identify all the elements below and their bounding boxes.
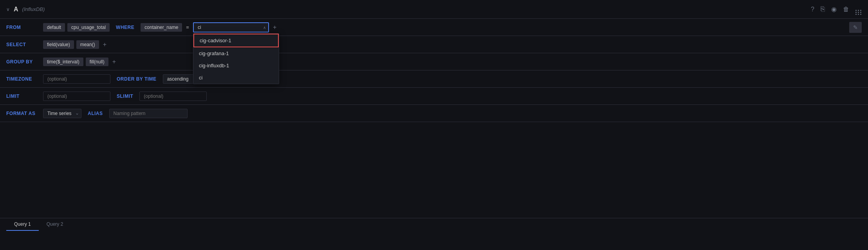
query-db-name: (InfluxDB)	[22, 6, 45, 12]
slimit-input[interactable]	[139, 92, 207, 101]
formatas-select-wrapper[interactable]: Time series Table	[43, 109, 81, 118]
limit-content: SLIMIT	[43, 90, 868, 103]
groupby-time[interactable]: time($_interval)	[43, 58, 83, 66]
orderby-label: ORDER BY TIME	[113, 75, 161, 83]
select-row: SELECT field(value) mean() +	[0, 36, 868, 53]
delete-icon[interactable]: 🗑	[843, 6, 849, 13]
groupby-label: GROUP BY	[0, 59, 43, 65]
dropdown-item-0[interactable]: cig-cadvisor-1	[193, 34, 279, 47]
tab-query-1[interactable]: Query 1	[6, 218, 39, 231]
timezone-label: TIMEZONE	[0, 76, 43, 82]
timezone-content: ORDER BY TIME ascending descending	[43, 73, 868, 85]
select-label: SELECT	[0, 42, 43, 47]
select-aggregation[interactable]: mean()	[76, 40, 99, 49]
bottom-tabs: Query 1 Query 2	[0, 218, 868, 231]
limit-slimit-row: LIMIT SLIMIT	[0, 88, 868, 105]
where-label: WHERE	[112, 23, 138, 32]
dropdown-item-3[interactable]: ci	[193, 72, 279, 84]
more-icon[interactable]	[855, 5, 862, 14]
query-letter: A	[14, 6, 18, 13]
groupby-row: GROUP BY time($_interval) fill(null) +	[0, 53, 868, 70]
from-content: default cpu_usage_total WHERE container_…	[43, 21, 849, 34]
formatas-select[interactable]: Time series Table	[43, 109, 81, 118]
select-content: field(value) mean() +	[43, 39, 868, 50]
alias-input[interactable]	[109, 109, 188, 118]
slimit-label: SLIMIT	[113, 92, 137, 101]
edit-btn-container: ✎	[849, 22, 868, 33]
groupby-add-btn[interactable]: +	[111, 58, 117, 65]
collapse-chevron[interactable]: ∨	[6, 7, 10, 12]
limit-input[interactable]	[43, 92, 110, 101]
formatas-label: FORMAT AS	[0, 111, 43, 116]
formatas-row: FORMAT AS Time series Table ALIAS	[0, 105, 868, 122]
dropdown-item-1[interactable]: cig-grafana-1	[193, 47, 279, 59]
help-icon[interactable]: ?	[811, 6, 814, 13]
select-add-btn[interactable]: +	[101, 41, 108, 48]
where-operator: =	[184, 24, 191, 30]
dropdown-item-2[interactable]: cig-influxdb-1	[193, 59, 279, 72]
from-database[interactable]: default	[43, 23, 65, 32]
groupby-fill[interactable]: fill(null)	[86, 58, 108, 66]
dropdown-menu: cig-cadvisor-1 cig-grafana-1 cig-influxd…	[193, 33, 279, 84]
alias-label: ALIAS	[84, 109, 107, 118]
from-row: FROM default cpu_usage_total WHERE conta…	[0, 19, 868, 36]
query-header: ∨ A (InfluxDB) ? ⎘ ◉ 🗑	[0, 0, 868, 19]
from-measurement[interactable]: cpu_usage_total	[67, 23, 110, 32]
where-add-btn[interactable]: +	[271, 24, 278, 31]
formatas-content: Time series Table ALIAS	[43, 107, 868, 120]
edit-query-btn[interactable]: ✎	[849, 22, 862, 33]
from-label: FROM	[0, 25, 43, 30]
where-field[interactable]: container_name	[141, 23, 182, 32]
timezone-orderby-row: TIMEZONE ORDER BY TIME ascending descend…	[0, 70, 868, 88]
select-field[interactable]: field(value)	[43, 40, 74, 49]
eye-icon[interactable]: ◉	[831, 5, 837, 13]
timezone-input[interactable]	[43, 74, 110, 84]
groupby-content: time($_interval) fill(null) +	[43, 56, 868, 68]
header-actions: ? ⎘ ◉ 🗑	[811, 5, 862, 14]
limit-label: LIMIT	[0, 94, 43, 99]
duplicate-icon[interactable]: ⎘	[821, 5, 825, 13]
tab-query-2[interactable]: Query 2	[39, 218, 71, 231]
where-value-dropdown[interactable]: ∧ cig-cadvisor-1 cig-grafana-1 cig-influ…	[193, 22, 269, 32]
where-value-input[interactable]	[193, 22, 269, 32]
